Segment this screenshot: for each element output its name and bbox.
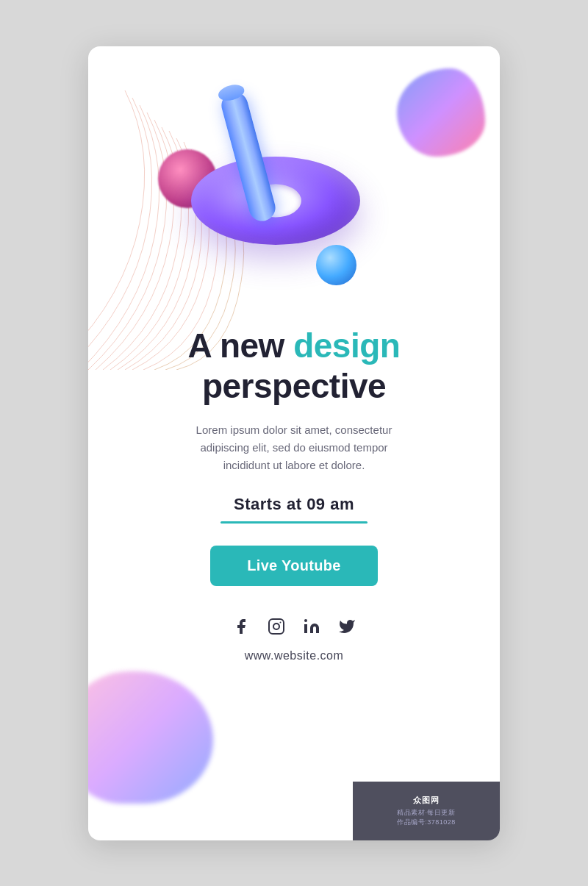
watermark: 众图网 精品素材·每日更新 作品编号:3781028 [353,782,500,840]
headline-part2: perspective [202,367,386,405]
cta-button[interactable]: Live Youtube [210,546,377,586]
instagram-icon[interactable] [265,615,287,637]
sphere-blue-decoration [316,245,356,285]
watermark-tagline: 精品素材·每日更新 [397,808,455,818]
watermark-code: 作品编号:3781028 [397,818,456,827]
website-url: www.website.com [245,649,344,662]
svg-point-4 [304,619,307,622]
starts-at-text: Starts at 09 am [234,495,354,514]
twitter-icon[interactable] [336,615,358,637]
main-card: A new design perspective Lorem ipsum dol… [88,46,500,840]
headline-highlight: design [293,326,400,365]
underline-decoration [220,521,368,524]
svg-point-2 [280,621,282,623]
headline: A new design perspective [188,326,401,407]
svg-rect-3 [304,624,307,633]
linkedin-icon[interactable] [301,615,323,637]
headline-part1: A new [188,326,294,365]
svg-point-1 [273,624,279,629]
social-icons-row [230,615,358,637]
svg-rect-0 [269,619,284,634]
description-text: Lorem ipsum dolor sit amet, consectetur … [176,421,412,474]
watermark-site: 众图网 [413,795,440,806]
torus-decoration [191,157,375,260]
main-content: A new design perspective Lorem ipsum dol… [88,326,500,662]
facebook-icon[interactable] [230,615,252,637]
torus-shape [191,157,360,245]
blob-bottom-left-decoration [88,671,213,804]
blob-top-right-decoration [397,68,485,157]
